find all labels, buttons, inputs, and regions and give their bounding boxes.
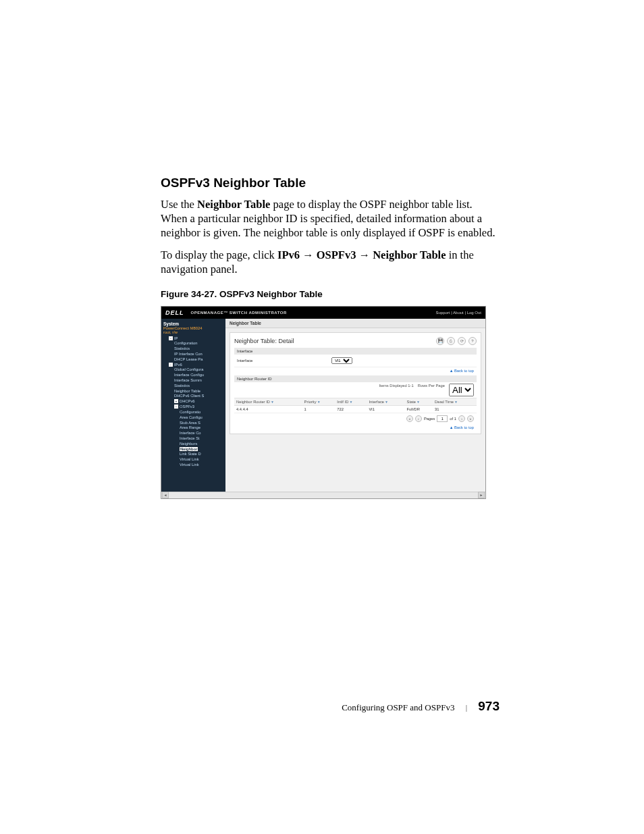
col-label: Priority: [304, 400, 317, 404]
tree-item-selected[interactable]: Neighbor: [163, 447, 225, 452]
col-label: IntIf ID: [337, 400, 348, 404]
tree-item[interactable]: Neighbor Table: [163, 389, 225, 394]
items-meta: Items Displayed 1-1 Rows Per Page All: [234, 382, 477, 398]
app-topbar: DELL OPENMANAGE™ SWITCH ADMINISTRATOR Su…: [161, 307, 485, 319]
section-interface: Interface: [234, 348, 477, 355]
footer-separator: |: [465, 704, 467, 712]
pager-pages-label: Pages: [424, 417, 435, 421]
items-displayed: Items Displayed 1-1: [379, 384, 413, 396]
tree-item[interactable]: Link State D: [163, 452, 225, 457]
save-icon[interactable]: 💾: [436, 337, 444, 345]
nav-tree: −IP Configuration Statistics IP Interfac…: [163, 336, 225, 468]
minus-icon[interactable]: −: [174, 405, 178, 409]
top-links[interactable]: Support | About | Log Out: [436, 311, 482, 315]
tree-dhcpv6[interactable]: +DHCPv6: [163, 399, 225, 405]
tree-item[interactable]: Area Range: [163, 425, 225, 431]
sort-icon[interactable]: ▼: [454, 400, 458, 404]
neighbor-table: Neighbor Router ID▼ Priority▼ IntIf ID▼ …: [234, 398, 477, 413]
p2-nt: Neighbor Table: [373, 249, 446, 261]
tree-ospfv3[interactable]: −OSPFv3: [163, 405, 225, 410]
tree-item[interactable]: Configuratio: [163, 410, 225, 415]
cell-state: Full/DR: [405, 405, 433, 413]
panel-header: Neighbor Table: Detail 💾 ⎙ ⟳ ?: [234, 337, 477, 345]
footer-page-number: 973: [478, 699, 500, 714]
col-state[interactable]: State▼: [405, 398, 433, 405]
scroll-right-icon[interactable]: ►: [478, 492, 485, 498]
tree-ip[interactable]: −IP: [163, 336, 225, 342]
pager-last-icon[interactable]: »: [467, 415, 474, 422]
col-priority[interactable]: Priority▼: [302, 398, 336, 405]
minus-icon[interactable]: −: [169, 363, 173, 367]
col-deadtime[interactable]: Dead Time▼: [433, 398, 477, 405]
col-label: Interface: [369, 400, 384, 404]
cell-priority: 1: [302, 405, 336, 413]
tree-item[interactable]: Statistics: [163, 384, 225, 389]
sort-icon[interactable]: ▼: [417, 400, 420, 404]
p2-ipv6: IPv6: [277, 249, 300, 261]
pager-next-icon[interactable]: ›: [458, 415, 465, 422]
horizontal-scrollbar[interactable]: ◄ ►: [161, 492, 485, 498]
tree-item[interactable]: Configuration: [163, 341, 225, 346]
system-label: System: [163, 321, 225, 326]
tree-label-selected: Neighbor: [180, 447, 198, 451]
tree-item[interactable]: Interface Configu: [163, 373, 225, 378]
toolbar-icons: 💾 ⎙ ⟳ ?: [436, 337, 477, 345]
tree-item[interactable]: Virtual Link: [163, 457, 225, 463]
breadcrumb: Neighbor Table: [225, 319, 485, 328]
table-header-row: Neighbor Router ID▼ Priority▼ IntIf ID▼ …: [234, 398, 477, 405]
minus-icon[interactable]: −: [169, 336, 173, 340]
pager-current-input[interactable]: [437, 415, 448, 422]
scroll-left-icon[interactable]: ◄: [162, 492, 169, 498]
tree-label: DHCPv6: [180, 399, 195, 403]
p2-pre: To display the page, click: [161, 249, 277, 261]
tree-item[interactable]: Stub Area S: [163, 421, 225, 426]
pager-prev-icon[interactable]: ‹: [415, 415, 422, 422]
detail-panel: Neighbor Table: Detail 💾 ⎙ ⟳ ? Interface…: [230, 332, 481, 434]
main-row: System PowerConnect M8024 root, r/w −IP …: [161, 319, 485, 492]
refresh-icon[interactable]: ⟳: [458, 337, 466, 345]
back-to-top-link[interactable]: ▲ Back to top: [234, 424, 477, 429]
sort-icon[interactable]: ▼: [349, 400, 352, 404]
help-icon[interactable]: ?: [468, 337, 477, 345]
tree-item[interactable]: Interface Summ: [163, 378, 225, 384]
paragraph-2: To display the page, click IPv6 → OSPFv3…: [161, 248, 500, 276]
print-icon[interactable]: ⎙: [447, 337, 455, 345]
panel-title: Neighbor Table: Detail: [234, 338, 294, 344]
footer-chapter: Configuring OSPF and OSPFv3: [342, 702, 454, 713]
tree-item[interactable]: Neighbors: [163, 442, 225, 447]
p1-pre: Use the: [161, 198, 197, 211]
paragraph-1: Use the Neighbor Table page to display t…: [161, 197, 500, 240]
product-name: OPENMANAGE™ SWITCH ADMINISTRATOR: [191, 311, 287, 315]
sort-icon[interactable]: ▼: [317, 400, 321, 404]
interface-label: Interface: [237, 359, 331, 363]
content-area: Neighbor Table Neighbor Table: Detail 💾 …: [225, 319, 485, 492]
col-nrid[interactable]: Neighbor Router ID▼: [234, 398, 302, 405]
back-to-top-link[interactable]: ▲ Back to top: [234, 367, 477, 373]
tree-item[interactable]: DHCP Lease Pa: [163, 357, 225, 363]
col-intfid[interactable]: IntIf ID▼: [335, 398, 367, 405]
pager-first-icon[interactable]: «: [406, 415, 413, 422]
pager: « ‹ Pages of 1 › »: [234, 413, 477, 424]
p1-bold: Neighbor Table: [197, 198, 270, 211]
cell-nrid: 4.4.4.4: [234, 405, 302, 413]
plus-icon[interactable]: +: [174, 399, 178, 403]
rows-per-page-select[interactable]: All: [449, 384, 474, 396]
cell-interface: Vl1: [367, 405, 404, 413]
tree-item[interactable]: Interface St: [163, 436, 225, 442]
arrow-icon: →: [359, 249, 371, 261]
pager-of-label: of 1: [450, 417, 456, 421]
tree-item[interactable]: Area Configu: [163, 415, 225, 421]
figure-caption: Figure 34-27. OSPFv3 Neighbor Table: [161, 289, 500, 299]
cell-deadtime: 31: [433, 405, 477, 413]
tree-item[interactable]: Global Configura: [163, 367, 225, 373]
tree-item[interactable]: IP Interface Con: [163, 352, 225, 357]
tree-ipv6[interactable]: −IPv6: [163, 363, 225, 368]
sort-icon[interactable]: ▼: [271, 400, 274, 404]
tree-item[interactable]: DHCPv6 Client S: [163, 394, 225, 399]
sort-icon[interactable]: ▼: [385, 400, 388, 404]
tree-item[interactable]: Interface Co: [163, 431, 225, 436]
interface-select[interactable]: Vl1: [331, 357, 352, 364]
tree-item[interactable]: Statistics: [163, 346, 225, 352]
col-interface[interactable]: Interface▼: [367, 398, 404, 405]
tree-item[interactable]: Virtual Link: [163, 463, 225, 468]
